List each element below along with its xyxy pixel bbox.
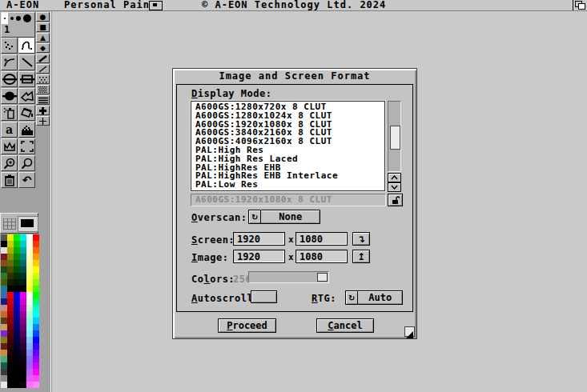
palette-swatch[interactable] [14,318,20,324]
brush-large-dot[interactable] [23,14,31,22]
palette-swatch[interactable] [33,343,39,350]
select-brush-tool[interactable] [18,138,35,154]
palette-swatch[interactable] [7,382,14,388]
scroll-down-button[interactable] [388,182,401,192]
palette-swatch[interactable] [20,343,26,350]
palette-swatch[interactable] [7,292,14,298]
palette-swatch[interactable] [33,369,39,375]
airbrush-tool[interactable] [1,105,18,121]
palette-swatch[interactable] [14,247,20,254]
palette-swatch[interactable] [1,266,7,273]
palette-swatch[interactable] [26,260,33,266]
palette-swatch[interactable] [33,298,39,305]
palette-swatch[interactable] [20,382,26,388]
palette-swatch[interactable] [1,260,7,266]
palette-swatch[interactable] [7,260,14,266]
palette-swatch[interactable] [1,350,7,356]
palette-swatch[interactable] [1,292,7,298]
palette-swatch[interactable] [1,318,7,324]
dialog-title[interactable]: Image and Screen Format [173,69,416,84]
brush-shape-thin-line[interactable] [36,64,50,74]
palette-swatch[interactable] [14,362,20,369]
palette-swatch[interactable] [7,273,14,279]
palette-swatch[interactable] [20,266,26,273]
copy-screen-to-image-button[interactable]: ↴ [352,232,370,246]
palette-swatch[interactable] [7,234,14,241]
palette-swatch[interactable] [14,305,20,311]
palette-swatch[interactable] [14,241,20,247]
palette-swatch[interactable] [1,337,7,343]
brush-shape-thin-plus[interactable] [36,116,50,126]
mode-name-field[interactable]: A600GS:1920x1080x 8 CLUT [191,194,386,206]
palette-swatch[interactable] [1,343,7,350]
palette-swatch[interactable] [33,362,39,369]
palette-swatch[interactable] [1,234,7,241]
image-height-field[interactable] [296,250,348,263]
palette-swatch[interactable] [7,318,14,324]
palette-swatch[interactable] [26,266,33,273]
brush-shape-thick-plus[interactable] [36,106,50,115]
palette-swatch[interactable] [7,279,14,286]
palette-swatch[interactable] [33,324,39,330]
palette-swatch[interactable] [33,375,39,382]
palette-swatch[interactable] [26,241,33,247]
palette-swatch[interactable] [1,273,7,279]
trash-tool[interactable] [1,172,18,188]
palette-swatch[interactable] [7,305,14,311]
palette-swatch[interactable] [20,318,26,324]
palette-swatch[interactable] [7,324,14,330]
palette-swatch[interactable] [26,286,33,292]
cancel-button[interactable]: Cancel [316,318,374,333]
brush-shape-hlines[interactable] [36,95,50,105]
palette-swatch[interactable] [26,350,33,356]
magnify-tool[interactable] [18,155,35,171]
display-mode-option[interactable]: PAL:Low Res [191,181,384,190]
palette-swatch[interactable] [33,350,39,356]
brush-shape-sparse-dots[interactable] [36,74,50,84]
palette-swatch[interactable] [20,330,26,337]
scroll-up-button[interactable] [388,173,401,182]
palette-swatch[interactable] [14,298,20,305]
palette-swatch[interactable] [14,382,20,388]
palette-swatch[interactable] [26,234,33,241]
palette-swatch[interactable] [14,273,20,279]
palette-swatch[interactable] [14,343,20,350]
colors-slider-knob[interactable] [317,273,328,282]
palette-swatch[interactable] [20,260,26,266]
ellipse-tool[interactable] [1,71,18,87]
palette-swatch[interactable] [14,369,20,375]
palette-swatch[interactable] [1,241,7,247]
filled-ellipse-tool[interactable] [1,88,18,104]
palette-swatch[interactable] [26,305,33,311]
palette-swatch[interactable] [26,382,33,388]
current-color-indicator[interactable] [18,216,38,232]
dotted-freehand-tool[interactable] [1,38,18,54]
palette-swatch[interactable] [20,298,26,305]
brush-shape-square[interactable]: ■ [36,22,50,32]
display-mode-list[interactable]: A600GS:1280x720x 8 CLUTA600GS:1280x1024x… [191,101,385,191]
rectangle-tool[interactable] [18,71,35,87]
palette-swatch[interactable] [14,311,20,318]
palette-swatch[interactable] [7,241,14,247]
palette-swatch[interactable] [33,330,39,337]
palette-swatch[interactable] [1,305,7,311]
palette-swatch[interactable] [14,330,20,337]
screen-width-field[interactable] [233,232,285,246]
palette-swatch[interactable] [7,343,14,350]
undo-tool[interactable]: ↶ [18,172,35,188]
proceed-button[interactable]: Proceed [218,318,276,333]
palette-swatch[interactable] [14,260,20,266]
brush-shape-dense-dots[interactable] [36,85,50,94]
palette-swatch[interactable] [26,318,33,324]
palette-swatch[interactable] [7,311,14,318]
palette-swatch[interactable] [33,266,39,273]
brush-shape-thick-line[interactable] [36,54,50,63]
palette-swatch[interactable] [14,350,20,356]
brush-1px[interactable] [2,13,8,24]
palette-swatch[interactable] [14,375,20,382]
palette-swatch[interactable] [33,254,39,260]
palette-swatch[interactable] [33,292,39,298]
palette-swatch[interactable] [1,298,7,305]
palette-swatch[interactable] [20,305,26,311]
palette-swatch[interactable] [26,279,33,286]
